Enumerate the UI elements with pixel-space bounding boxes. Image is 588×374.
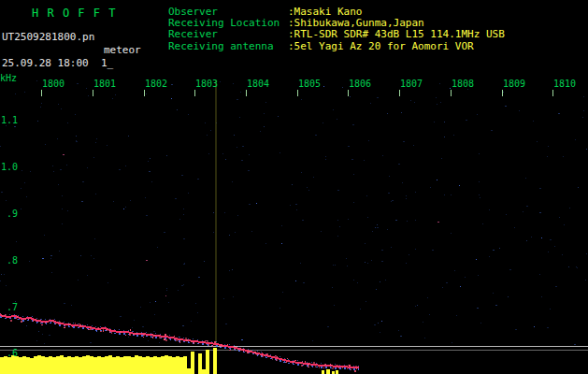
app-title: H R O F F T <box>32 7 116 20</box>
x-axis-label: 1810 <box>553 79 581 89</box>
x-axis-tick <box>297 90 298 96</box>
y-axis-label: .8 <box>1 255 18 266</box>
x-axis-label: 1802 <box>145 79 173 89</box>
hrofft-window: H R O F F T UT2509281800.pn meteor 25.09… <box>0 0 588 374</box>
x-axis-label: 1808 <box>452 79 480 89</box>
y-axis-label: .9 <box>1 209 18 219</box>
x-axis-label: 1809 <box>503 79 531 89</box>
spectrogram-canvas <box>0 0 588 374</box>
station-name: meteor <box>104 45 141 56</box>
receiving-antenna-label: Receiving antenna <box>168 41 274 52</box>
x-axis-tick <box>194 90 195 96</box>
output-filename: UT2509281800.pn <box>2 32 94 43</box>
x-axis-tick <box>93 90 93 96</box>
x-axis-tick <box>451 90 452 96</box>
x-axis-tick <box>246 90 247 96</box>
x-axis-label: 1801 <box>93 79 122 89</box>
x-axis-label: 1806 <box>349 79 377 89</box>
y-axis-label: 1.0 <box>1 162 18 172</box>
x-axis-tick <box>552 90 553 96</box>
receiver-label: Receiver <box>168 29 218 40</box>
y-axis-label: 1.1 <box>1 115 18 125</box>
x-axis-label: 1804 <box>247 79 275 89</box>
x-axis-label: 1805 <box>298 79 326 89</box>
x-axis-tick <box>348 90 349 96</box>
x-axis-tick <box>399 90 400 96</box>
datetime-readout: 25.09.28 18:00 1_ <box>2 58 113 69</box>
x-axis-tick <box>41 90 42 96</box>
y-axis-label: .6 <box>1 348 18 358</box>
y-axis-unit-label: kHz <box>0 73 17 83</box>
receiver-value: :RTL-SDR SDR# 43dB L15 114.1MHz USB <box>288 29 505 40</box>
x-axis-tick <box>144 90 145 96</box>
x-axis-tick <box>502 90 503 96</box>
x-axis-label: 1800 <box>42 79 70 89</box>
y-axis-label: .7 <box>1 302 18 312</box>
x-axis-label: 1803 <box>195 79 223 89</box>
x-axis-label: 1807 <box>400 79 428 89</box>
receiving-antenna-value: :5el Yagi Az 20 for Aomori VOR <box>288 41 474 52</box>
